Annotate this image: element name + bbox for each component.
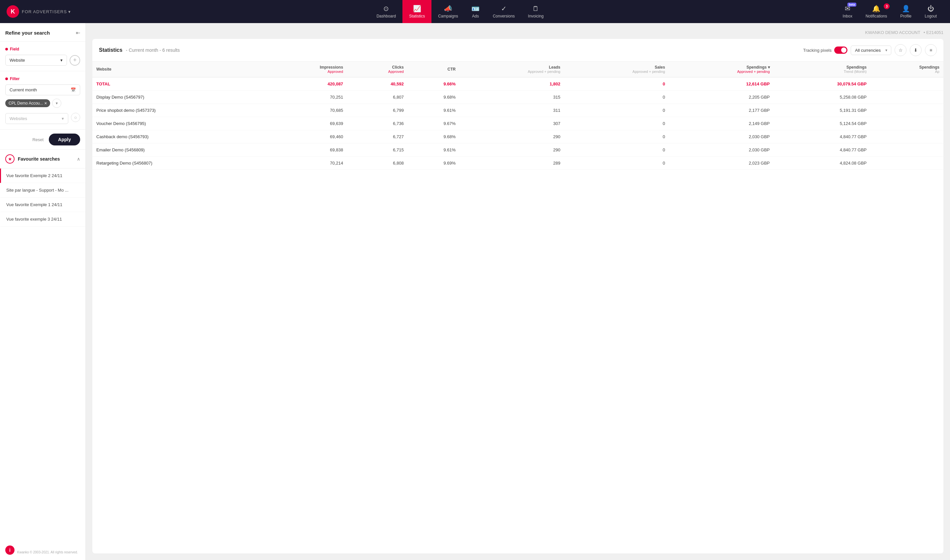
apply-button[interactable]: Apply [49,134,80,145]
stats-panel: Statistics - Current month - 6 results T… [92,39,944,554]
nav-item-dashboard[interactable]: ⊙ Dashboard [370,0,402,23]
cell-clicks: 6,807 [347,91,408,104]
cell-clicks: 6,736 [347,117,408,130]
total-spendings3 [870,77,944,91]
tag-remove-icon[interactable]: × [44,101,47,106]
cell-website: Display Demo (S456797) [92,91,266,104]
calendar-icon: 📅 [71,88,76,92]
cell-sales: 0 [564,130,669,143]
list-view-button[interactable]: ≡ [925,44,937,56]
top-navigation: K FOR ADVERTISERS ▾ ⊙ Dashboard 📈 Statis… [0,0,950,23]
add-field-button[interactable]: + [69,55,80,66]
col-clicks[interactable]: ClicksApproved [347,62,408,77]
col-leads[interactable]: LeadsApproved + pending [459,62,564,77]
stats-tbody: TOTAL 420,087 40,592 9.66% 1,802 0 12,61… [92,77,944,170]
nav-item-conversions[interactable]: ✓ Conversions [486,0,522,23]
content-area: KWANKO DEMO ACCOUNT • E214051 Statistics… [86,23,950,560]
cell-spendings1: 2,149 GBP [669,117,773,130]
tracking-pixels-toggle[interactable] [834,46,847,54]
col-sales[interactable]: SalesApproved + pending [564,62,669,77]
table-row[interactable]: Display Demo (S456797) 70,251 6,807 9.68… [92,91,944,104]
dashboard-icon: ⊙ [383,5,389,12]
cell-leads: 315 [459,91,564,104]
table-row[interactable]: Retargeting Demo (S456807) 70,214 6,808 … [92,157,944,170]
fav-item[interactable]: Vue favorite exemple 3 24/11 [0,212,85,226]
cell-spendings3 [870,143,944,157]
table-row[interactable]: Voucher Demo (S456795) 69,639 6,736 9.67… [92,117,944,130]
cell-clicks: 6,727 [347,130,408,143]
star-filter-button[interactable]: ☆ [895,44,907,56]
ads-icon: 🪪 [471,5,480,12]
cell-leads: 289 [459,157,564,170]
clear-websites-button[interactable]: ○ [71,113,80,122]
total-spendings2: 30,079.54 GBP [774,77,871,91]
total-sales: 0 [564,77,669,91]
date-select[interactable]: Current month 📅 [5,85,80,95]
cell-impressions: 70,251 [266,91,347,104]
nav-item-profile[interactable]: 👤 Profile [894,0,918,23]
col-spendings3[interactable]: SpendingsAp [870,62,944,77]
logo-area[interactable]: K FOR ADVERTISERS ▾ [6,5,71,18]
sidebar-header: Refine your search ⇤ [0,23,85,42]
conversions-icon: ✓ [501,5,507,12]
cell-spendings3 [870,104,944,117]
field-select[interactable]: Website ▾ [5,55,67,66]
col-spendings2[interactable]: SpendingsTrend (Month) [774,62,871,77]
cell-leads: 290 [459,130,564,143]
cell-spendings3 [870,130,944,143]
cell-spendings3 [870,117,944,130]
favourite-searches-title: Favourite searches [18,156,60,162]
cell-sales: 0 [564,91,669,104]
nav-item-campaigns[interactable]: 📣 Campaigns [431,0,465,23]
nav-item-notifications[interactable]: 🔔 Notifications 3 [859,0,894,23]
cell-spendings3 [870,91,944,104]
table-wrapper: Website ImpressionsApproved ClicksApprov… [92,62,944,554]
fav-item[interactable]: Site par langue - Support - Mo ... [0,183,85,198]
col-ctr[interactable]: CTR [408,62,459,77]
table-row[interactable]: Price shopbot demo (S457373) 70,685 6,79… [92,104,944,117]
cell-website: Voucher Demo (S456795) [92,117,266,130]
fav-chevron-icon: ∧ [77,156,80,162]
nav-item-logout[interactable]: ⏻ Logout [918,0,944,23]
fav-item[interactable]: Vue favorite Exemple 1 24/11 [0,198,85,212]
cell-impressions: 69,838 [266,143,347,157]
favourite-searches-header[interactable]: ★ Favourite searches ∧ [0,150,85,169]
cell-leads: 307 [459,117,564,130]
currency-select[interactable]: All currencies [851,46,891,55]
download-button[interactable]: ⬇ [910,44,922,56]
cell-spendings2: 4,824.08 GBP [774,157,871,170]
col-website[interactable]: Website [92,62,266,77]
table-row[interactable]: Cashback demo (S456793) 69,460 6,727 9.6… [92,130,944,143]
table-header: Website ImpressionsApproved ClicksApprov… [92,62,944,77]
info-badge[interactable]: i [5,546,14,555]
cell-spendings1: 2,023 GBP [669,157,773,170]
col-impressions[interactable]: ImpressionsApproved [266,62,347,77]
total-impressions: 420,087 [266,77,347,91]
filter-section: Filter Current month 📅 CPL Demo Accou...… [0,71,85,129]
reset-button[interactable]: Reset [32,137,43,142]
filter-dot [5,77,8,80]
total-ctr: 9.66% [408,77,459,91]
nav-item-ads[interactable]: 🪪 Ads [465,0,486,23]
cell-sales: 0 [564,157,669,170]
cell-ctr: 9.68% [408,130,459,143]
sidebar-collapse-button[interactable]: ⇤ [76,30,80,36]
tracking-toggle: Tracking pixels [803,46,847,54]
table-row[interactable]: Emailer Demo (S456809) 69,838 6,715 9.61… [92,143,944,157]
cell-leads: 311 [459,104,564,117]
account-header: KWANKO DEMO ACCOUNT • E214051 [92,30,944,35]
nav-item-inbox[interactable]: ✉ Inbox beta [836,0,859,23]
cell-website: Emailer Demo (S456809) [92,143,266,157]
nav-item-statistics[interactable]: 📈 Statistics [402,0,431,23]
account-tag[interactable]: CPL Demo Accou... × [5,99,50,107]
cell-spendings2: 5,124.54 GBP [774,117,871,130]
col-spendings1[interactable]: Spendings ▾Approved + pending [669,62,773,77]
nav-item-invoicing[interactable]: 🗒 Invoicing [522,0,550,23]
total-clicks: 40,592 [347,77,408,91]
cell-ctr: 9.69% [408,157,459,170]
websites-select[interactable]: Websites ▾ [5,113,68,124]
fav-item[interactable]: Vue favorite Exemple 2 24/11 [0,169,85,183]
cell-sales: 0 [564,104,669,117]
currency-wrapper: All currencies [851,46,891,55]
tag-dropdown-button[interactable]: ▾ [52,98,62,108]
